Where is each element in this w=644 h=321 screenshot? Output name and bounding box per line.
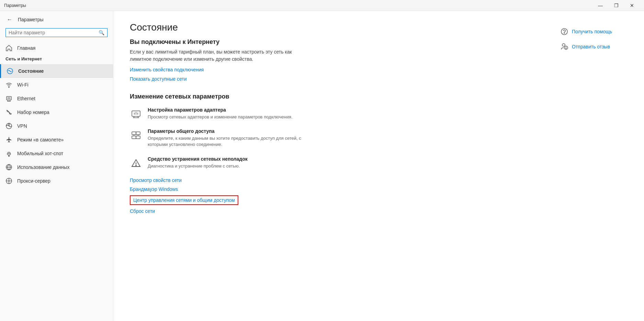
- sidebar-item-airplane[interactable]: Режим «в самолете»: [0, 133, 113, 147]
- adapter-description: Просмотр сетевых адаптеров и изменение п…: [148, 114, 293, 120]
- connection-title: Вы подключены к Интернету: [130, 38, 538, 46]
- page-title: Состояние: [130, 22, 538, 33]
- sidebar-item-ethernet[interactable]: Ethernet: [0, 92, 113, 105]
- maximize-button[interactable]: ❐: [608, 0, 624, 11]
- help-feedback-label: Отправить отзыв: [572, 44, 610, 49]
- troubleshoot-icon: [130, 157, 142, 169]
- sidebar-item-hotspot-label: Мобильный хот-спот: [17, 151, 63, 156]
- ethernet-icon: [5, 95, 12, 102]
- minimize-button[interactable]: —: [592, 0, 608, 11]
- sidebar-item-status[interactable]: Состояние: [0, 64, 113, 78]
- home-icon: [5, 45, 12, 51]
- sidebar-item-proxy-label: Прокси-сервер: [17, 178, 50, 184]
- sidebar-item-hotspot[interactable]: Мобильный хот-спот: [0, 147, 113, 160]
- airplane-icon: [5, 136, 12, 143]
- sidebar-item-airplane-label: Режим «в самолете»: [17, 137, 64, 142]
- adapter-icon: [130, 108, 142, 120]
- hotspot-icon: [5, 150, 12, 157]
- connection-status: Вы подключены к Интернету Если у вас лим…: [130, 38, 538, 82]
- sharing-text: Параметры общего доступа Определите, к к…: [148, 128, 313, 148]
- sidebar-item-vpn-label: VPN: [17, 123, 27, 129]
- sidebar-item-home-label: Главная: [17, 45, 35, 51]
- title-bar: Параметры — ❐ ✕: [0, 0, 644, 11]
- link-network-center-wrapper: Центр управления сетями и общим доступом: [130, 195, 238, 205]
- adapter-text: Настройка параметров адаптера Просмотр с…: [148, 107, 293, 120]
- link-networks[interactable]: Показать доступные сети: [130, 76, 187, 82]
- content-area: ← Параметры 🔍 Главная Сеть и Интернет: [0, 11, 644, 321]
- svg-point-30: [562, 44, 565, 46]
- svg-rect-21: [136, 132, 140, 135]
- adapter-title: Настройка параметров адаптера: [148, 107, 293, 113]
- data-icon: [5, 164, 12, 171]
- vpn-icon: [5, 123, 12, 129]
- sidebar-item-wifi[interactable]: Wi-Fi: [0, 78, 113, 92]
- window-title: Параметры: [4, 3, 26, 8]
- help-item-get-help[interactable]: Получить помощь: [560, 27, 639, 36]
- sidebar: ← Параметры 🔍 Главная Сеть и Интернет: [0, 11, 113, 321]
- sidebar-item-data-label: Использование данных: [17, 164, 69, 170]
- search-icon: 🔍: [99, 30, 104, 35]
- setting-adapter[interactable]: Настройка параметров адаптера Просмотр с…: [130, 107, 538, 120]
- sharing-description: Определите, к каким данным вы хотите пре…: [148, 135, 313, 148]
- title-bar-left: Параметры: [4, 3, 26, 8]
- svg-point-27: [136, 165, 136, 166]
- link-properties[interactable]: Изменить свойства подключения: [130, 67, 204, 72]
- sidebar-section-label: Сеть и Интернет: [0, 55, 113, 64]
- sidebar-item-dial-label: Набор номера: [17, 110, 49, 115]
- connection-description: Если у вас лимитный тарифный план, вы мо…: [130, 48, 302, 63]
- bottom-links: Просмотр свойств сети Брандмауэр Windows…: [130, 177, 538, 214]
- dial-icon: [5, 109, 12, 116]
- sidebar-item-wifi-label: Wi-Fi: [17, 82, 29, 88]
- link-network-center[interactable]: Центр управления сетями и общим доступом: [133, 197, 235, 203]
- setting-sharing[interactable]: Параметры общего доступа Определите, к к…: [130, 128, 538, 148]
- close-button[interactable]: ✕: [624, 0, 640, 11]
- troubleshoot-description: Диагностика и устранение проблем с сетью…: [148, 163, 248, 169]
- proxy-icon: [5, 177, 12, 184]
- section-title: Изменение сетевых параметров: [130, 93, 538, 100]
- status-icon: [7, 68, 13, 74]
- sidebar-item-ethernet-label: Ethernet: [17, 96, 35, 101]
- window: Параметры — ❐ ✕ ← Параметры 🔍: [0, 0, 644, 321]
- wifi-icon: [5, 81, 12, 88]
- svg-point-10: [9, 156, 10, 157]
- svg-point-1: [9, 87, 9, 88]
- svg-point-33: [566, 48, 566, 49]
- svg-rect-23: [136, 136, 140, 139]
- sidebar-item-data[interactable]: Использование данных: [0, 160, 113, 174]
- svg-point-29: [564, 33, 565, 33]
- search-input[interactable]: [9, 30, 97, 35]
- title-bar-controls: — ❐ ✕: [592, 0, 640, 11]
- help-item-feedback[interactable]: Отправить отзыв: [560, 43, 639, 51]
- help-panel: Получить помощь Отправить отзыв: [555, 11, 644, 321]
- sidebar-item-status-label: Состояние: [18, 68, 44, 74]
- link-reset[interactable]: Сброс сети: [130, 208, 538, 214]
- back-button[interactable]: ←: [5, 15, 14, 24]
- troubleshoot-text: Средство устранения сетевых неполадок Ди…: [148, 156, 248, 169]
- help-get-help-label: Получить помощь: [572, 29, 612, 34]
- svg-rect-22: [132, 136, 136, 139]
- svg-point-28: [561, 28, 567, 35]
- link-view-props[interactable]: Просмотр свойств сети: [130, 177, 538, 183]
- sharing-icon: [130, 129, 142, 141]
- sharing-title: Параметры общего доступа: [148, 128, 313, 134]
- svg-rect-20: [132, 132, 136, 135]
- main-content: Состояние Вы подключены к Интернету Если…: [113, 11, 555, 321]
- troubleshoot-title: Средство устранения сетевых неполадок: [148, 156, 248, 162]
- help-icon: [560, 27, 568, 36]
- sidebar-item-vpn[interactable]: VPN: [0, 119, 113, 133]
- sidebar-header: ← Параметры: [0, 11, 113, 28]
- sidebar-app-title: Параметры: [18, 17, 44, 22]
- sidebar-item-proxy[interactable]: Прокси-сервер: [0, 174, 113, 188]
- sidebar-item-home[interactable]: Главная: [0, 41, 113, 55]
- link-firewall[interactable]: Брандмауэр Windows: [130, 186, 538, 192]
- setting-troubleshoot[interactable]: Средство устранения сетевых неполадок Ди…: [130, 156, 538, 169]
- search-box: 🔍: [5, 28, 108, 37]
- sidebar-item-dial[interactable]: Набор номера: [0, 105, 113, 119]
- feedback-icon: [560, 43, 568, 51]
